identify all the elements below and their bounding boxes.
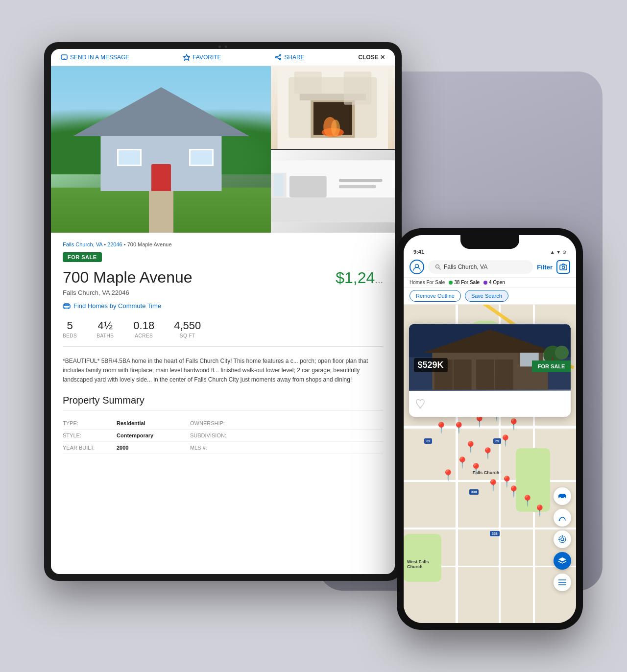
baths-value: 4½ [96,319,114,332]
car-icon [63,303,71,310]
phone-tabs-bar: Homes For Sale 38 For Sale 4 Open [404,278,576,288]
close-button[interactable]: CLOSE ✕ [358,54,385,61]
map-pin-green-9[interactable]: 📍 [441,470,452,483]
phone-time: 9:41 [413,249,424,255]
camera-icon [559,264,567,270]
camera-button[interactable] [556,260,570,274]
draw-icon [558,513,567,522]
share-label: SHARE [284,54,304,61]
map-pin-green-8[interactable]: 📍 [469,464,480,477]
search-input[interactable]: Falls Church, VA [428,260,533,274]
svg-point-49 [559,497,561,499]
property-address: 700 Maple Avenue [63,269,193,286]
sqft-label: SQ FT [174,333,201,338]
breadcrumb-city[interactable]: Falls Church, VA [63,241,102,247]
star-icon [183,54,190,61]
map-pin-green-2[interactable]: 📍 [452,423,463,435]
stat-acres: 0.18 ACRES [133,319,154,338]
map-property-card[interactable]: $529K FOR SALE [409,324,571,417]
map-pin-green-3[interactable]: 📍 [473,416,483,429]
acres-label: ACRES [133,333,154,338]
favorite-button[interactable]: FAVORITE [183,54,221,61]
map-draw-button[interactable] [554,509,571,527]
stat-baths: 4½ BATHS [96,319,114,338]
card-heart-icon [415,398,427,409]
card-for-sale-badge: FOR SALE [532,360,571,372]
road-sign-29-1: 29 [424,438,432,444]
baths-label: BATHS [96,333,114,338]
filter-button[interactable]: Filter [537,264,553,271]
property-description: *BEAUTIFUL* 5BR/4.5BA home in the heart … [63,357,383,385]
svg-rect-16 [344,72,371,105]
open-dot [483,281,487,285]
svg-point-53 [559,536,566,543]
svg-rect-48 [559,494,565,496]
fireplace-scene [271,66,395,149]
svg-rect-22 [339,185,376,188]
main-property-image[interactable] [51,66,271,233]
interior-svg [271,150,395,233]
breadcrumb-zip[interactable]: 22046 [107,241,122,247]
type-val: Residential [117,420,180,426]
phone-map-area: 29 29 338 338 Falls Church West FallsChu… [404,305,576,623]
svg-point-52 [561,538,564,541]
map-pin-green-10[interactable]: 📍 [486,480,497,493]
map-pin-green-12[interactable]: 📍 [521,496,531,508]
subdivision-key: SUBDIVISION: [190,432,239,438]
house-window-right [189,149,214,166]
map-pin-purple-3[interactable]: 📍 [500,477,511,489]
phone-search-bar: Falls Church, VA Filter [404,257,576,278]
message-icon [61,54,68,61]
user-avatar-button[interactable] [410,260,424,274]
map-location-button[interactable] [554,530,571,548]
send-message-button[interactable]: SEND IN A MESSAGE [61,54,129,61]
map-pin-green-13[interactable]: 📍 [533,505,544,518]
map-pin-green-6[interactable]: 📍 [499,435,509,448]
for-sale-count: 38 For Sale [454,280,480,285]
homes-for-sale-tab[interactable]: Homes For Sale [410,280,445,285]
tablet-content: Falls Church, VA • 22046 • 700 Maple Ave… [51,233,395,574]
for-sale-badge: FOR SALE [63,252,102,262]
tablet-dot-1 [218,46,221,48]
map-pin-green-1[interactable]: 📍 [434,423,445,435]
year-val: 2000 [117,445,180,451]
map-list-button[interactable] [554,574,571,591]
road-sign-338-2: 338 [490,531,500,536]
map-car-button[interactable] [554,487,571,505]
map-layers-button[interactable] [554,552,571,570]
list-icon [558,579,567,586]
phone-status-icons: ▲ ▼ ⊙ [550,249,566,255]
phone-notch [460,235,519,249]
car-map-icon [558,493,567,500]
house-door [151,164,171,191]
interior-image-top[interactable] [271,66,395,149]
save-search-button[interactable]: Save Search [465,290,508,302]
style-val: Contemporary [117,432,180,438]
card-bottom [409,391,571,417]
svg-point-33 [562,266,565,269]
phone-device: 9:41 ▲ ▼ ⊙ Falls Church, VA [397,228,583,630]
driveway [149,191,173,233]
remove-outline-button[interactable]: Remove Outline [410,290,461,302]
road-h3 [404,528,576,529]
svg-point-27 [64,307,66,309]
commute-link[interactable]: Find Homes by Commute Time [63,302,383,310]
beds-value: 5 [63,319,77,332]
map-pin-green-5[interactable]: 📍 [507,419,518,432]
svg-point-3 [276,57,277,58]
svg-point-50 [564,497,566,499]
share-button[interactable]: SHARE [275,54,304,61]
map-pin-purple-1[interactable]: 📍 [464,442,475,455]
svg-point-45 [555,346,568,360]
type-key: TYPE: [63,420,107,426]
map-pin-purple-2[interactable]: 📍 [456,457,466,470]
svg-line-31 [439,268,441,270]
style-key: STYLE: [63,432,107,438]
house-roof [73,87,249,136]
interior-image-bottom[interactable] [271,150,395,233]
ownership-key: OWNERSHIP: [190,420,239,426]
luxury-house-svg [409,324,571,391]
map-pin-green-7[interactable]: 📍 [481,448,492,461]
open-status: 4 Open [483,280,505,285]
green-area-2 [404,534,441,582]
